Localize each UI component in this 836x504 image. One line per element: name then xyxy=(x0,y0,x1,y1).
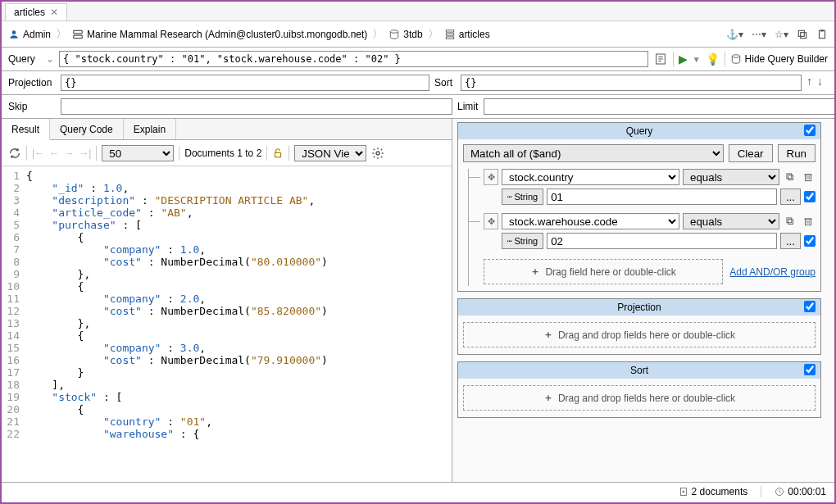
sort-input[interactable] xyxy=(461,75,802,91)
projection-panel-toggle[interactable] xyxy=(804,301,816,312)
drop-zone[interactable]: ＋ Drag field here or double-click xyxy=(484,259,723,284)
drop-zone[interactable]: ＋ Drag and drop fields here or double-cl… xyxy=(463,385,816,411)
more-icon[interactable]: ⋯▾ xyxy=(752,29,766,40)
value-enabled-checkbox[interactable] xyxy=(804,235,816,247)
tab-query-code[interactable]: Query Code xyxy=(50,119,124,139)
page-size-select[interactable]: 50 xyxy=(102,145,174,161)
copy-icon[interactable] xyxy=(797,29,808,40)
svg-rect-2 xyxy=(74,35,83,39)
chevron-right-icon: 〉 xyxy=(372,27,384,42)
projection-label: Projection xyxy=(8,77,57,89)
svg-rect-19 xyxy=(787,174,792,179)
script-icon[interactable] xyxy=(653,52,668,66)
breadcrumb-user[interactable]: Admin xyxy=(23,29,51,40)
type-button[interactable]: ⋯String xyxy=(502,233,543,249)
condition-row: ✥ stock.warehouse.code equals xyxy=(472,213,816,229)
query-panel-toggle[interactable] xyxy=(804,125,816,136)
breadcrumb-db[interactable]: 3tdb xyxy=(403,29,422,40)
operator-select[interactable]: equals xyxy=(683,169,779,185)
clear-button[interactable]: Clear xyxy=(729,144,773,162)
breadcrumb-collection[interactable]: articles xyxy=(459,29,490,40)
drag-handle-icon[interactable]: ✥ xyxy=(484,213,498,229)
panel-title: Query xyxy=(626,125,653,137)
prev-page-icon[interactable]: ← xyxy=(49,148,59,159)
query-label: Query xyxy=(8,53,41,65)
svg-point-15 xyxy=(732,55,739,58)
operator-select[interactable]: equals xyxy=(683,213,779,229)
field-select[interactable]: stock.country xyxy=(502,169,679,185)
editor-tab[interactable]: articles ✕ xyxy=(5,3,67,20)
breadcrumb-connection[interactable]: Marine Mammal Research (Admin@cluster0.u… xyxy=(87,29,367,40)
query-panel: Query Match all of ($and) Clear Run ✥ st… xyxy=(457,122,821,292)
svg-point-3 xyxy=(391,30,398,33)
gear-icon[interactable] xyxy=(371,147,384,160)
more-button[interactable]: ... xyxy=(780,233,801,249)
paste-icon[interactable] xyxy=(816,29,828,40)
drop-zone[interactable]: ＋ Drag and drop fields here or double-cl… xyxy=(463,322,816,347)
sort-desc-icon[interactable]: ↓ xyxy=(817,75,823,91)
trash-icon[interactable] xyxy=(801,214,816,229)
main-area: Result Query Code Explain |← ← → →| 50 D… xyxy=(2,119,834,482)
user-icon xyxy=(8,29,20,40)
last-page-icon[interactable]: →| xyxy=(79,148,91,159)
value-enabled-checkbox[interactable] xyxy=(804,191,816,202)
hide-query-builder-button[interactable]: Hide Query Builder xyxy=(730,53,828,65)
lock-icon[interactable] xyxy=(272,148,284,159)
svg-rect-6 xyxy=(446,36,453,38)
projection-input[interactable] xyxy=(61,75,429,91)
copy-icon[interactable] xyxy=(783,170,797,184)
run-dropdown-icon[interactable]: ▼ xyxy=(693,55,701,64)
breadcrumb: Admin 〉 Marine Mammal Research (Admin@cl… xyxy=(2,21,834,48)
plus-icon: ＋ xyxy=(530,265,540,279)
svg-rect-20 xyxy=(806,175,811,181)
star-icon[interactable]: ☆▾ xyxy=(775,29,788,40)
time-label: 00:00:01 xyxy=(788,486,826,497)
add-group-link[interactable]: Add AND/OR group xyxy=(729,266,816,278)
plus-icon: ＋ xyxy=(543,391,553,405)
copy-icon[interactable] xyxy=(783,214,797,229)
tab-explain[interactable]: Explain xyxy=(124,119,176,139)
view-select[interactable]: JSON View xyxy=(294,145,366,161)
query-bar: Query ⌄ ▶ ▼ 💡 Hide Query Builder xyxy=(2,48,834,71)
svg-rect-18 xyxy=(788,175,793,180)
svg-rect-25 xyxy=(787,218,792,223)
clock-icon xyxy=(775,487,784,497)
close-icon[interactable]: ✕ xyxy=(50,7,58,18)
skip-input[interactable] xyxy=(61,98,452,115)
chevron-down-icon[interactable]: ⌄ xyxy=(46,53,54,65)
condition-row: ✥ stock.country equals xyxy=(472,169,816,185)
chevron-right-icon: 〉 xyxy=(56,27,67,42)
type-button[interactable]: ⋯String xyxy=(502,188,543,205)
match-select[interactable]: Match all of ($and) xyxy=(463,144,724,162)
next-page-icon[interactable]: → xyxy=(64,148,74,159)
limit-input[interactable] xyxy=(484,98,836,115)
value-input[interactable] xyxy=(547,188,777,205)
refresh-icon[interactable] xyxy=(8,147,21,160)
query-input[interactable] xyxy=(59,51,648,67)
anchor-icon[interactable]: ⚓▾ xyxy=(726,29,743,40)
sort-panel-toggle[interactable] xyxy=(804,364,816,375)
value-input[interactable] xyxy=(547,233,777,249)
svg-rect-5 xyxy=(446,33,453,34)
run-icon[interactable]: ▶ xyxy=(679,52,688,66)
skip-label: Skip xyxy=(8,101,57,112)
skip-limit-row: Skip Limit xyxy=(2,95,834,119)
field-select[interactable]: stock.warehouse.code xyxy=(502,213,679,229)
doc-count-label: 2 documents xyxy=(692,486,748,497)
bulb-icon[interactable]: 💡 xyxy=(706,52,720,66)
tab-result[interactable]: Result xyxy=(2,119,50,140)
first-page-icon[interactable]: |← xyxy=(32,148,44,159)
json-viewer[interactable]: 1{2 "_id" : 1.0,3 "description" : "DESCR… xyxy=(2,166,452,482)
svg-rect-26 xyxy=(806,219,811,225)
more-button[interactable]: ... xyxy=(780,188,801,205)
trash-icon[interactable] xyxy=(801,170,816,184)
collection-icon xyxy=(444,29,456,40)
sort-asc-icon[interactable]: ↑ xyxy=(806,75,812,91)
svg-rect-24 xyxy=(788,220,793,225)
drag-handle-icon[interactable]: ✥ xyxy=(484,169,498,185)
sort-label: Sort xyxy=(434,77,457,89)
run-button[interactable]: Run xyxy=(778,144,816,162)
projection-sort-row: Projection Sort ↑ ↓ xyxy=(2,71,834,95)
chevron-right-icon: 〉 xyxy=(428,27,439,42)
sort-panel: Sort ＋ Drag and drop fields here or doub… xyxy=(457,361,821,418)
